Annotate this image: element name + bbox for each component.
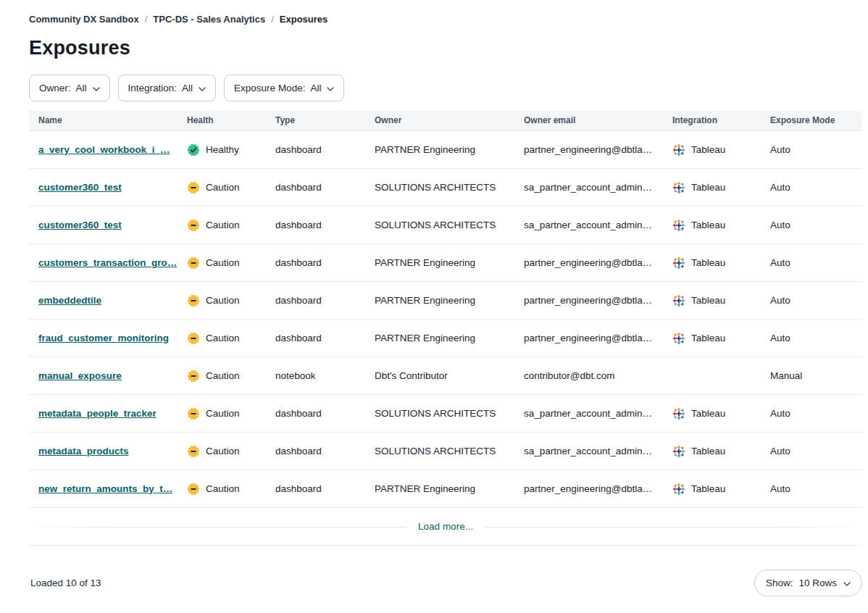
name-cell: customer360_test <box>29 182 187 193</box>
health-status-icon <box>187 407 200 420</box>
integration-label: Tableau <box>691 182 725 193</box>
health-status-icon <box>187 181 200 194</box>
header-cell-type: Type <box>275 115 375 125</box>
health-label: Caution <box>206 370 240 381</box>
health-label: Caution <box>206 295 240 306</box>
name-cell: manual_exposure <box>29 370 187 381</box>
show-rows-label: Show: <box>766 577 793 588</box>
integration-cell: Tableau <box>672 294 770 307</box>
exposure-mode-cell: Auto <box>770 408 862 419</box>
show-rows-value: 10 Rows <box>798 577 837 588</box>
breadcrumb-item-environment[interactable]: TPC-DS - Sales Analytics <box>153 14 265 25</box>
integration-label: Tableau <box>691 295 725 306</box>
owner-email-cell: partner_engineering@dbtla… <box>524 144 672 155</box>
health-status-icon <box>187 445 200 458</box>
name-cell: metadata_people_tracker <box>29 408 187 419</box>
type-cell: dashboard <box>275 144 375 155</box>
owner-cell: SOLUTIONS ARCHITECTS <box>375 446 524 456</box>
health-cell: Caution <box>187 483 275 496</box>
exposure-mode-cell: Auto <box>770 446 862 456</box>
filter-owner-label: Owner: <box>39 83 71 93</box>
chevron-down-icon <box>93 83 100 93</box>
owner-cell: SOLUTIONS ARCHITECTS <box>375 408 524 419</box>
integration-label: Tableau <box>691 144 725 155</box>
integration-label: Tableau <box>691 333 725 343</box>
load-more-link[interactable]: Load more... <box>406 521 485 532</box>
exposure-name-link[interactable]: a_very_cool_workbook_i_… <box>38 144 170 155</box>
health-cell: Caution <box>187 370 275 383</box>
tableau-icon <box>672 332 685 345</box>
table-row: metadata_products Caution dashboard SOLU… <box>29 433 862 470</box>
breadcrumb-item-exposures: Exposures <box>280 14 327 25</box>
name-cell: customers_transaction_gro… <box>29 257 187 268</box>
name-cell: metadata_products <box>29 446 187 456</box>
tableau-icon <box>672 483 685 496</box>
type-cell: dashboard <box>275 408 375 419</box>
header-cell-name: Name <box>29 115 187 125</box>
health-label: Caution <box>206 483 240 494</box>
health-label: Healthy <box>206 144 239 155</box>
filter-owner[interactable]: Owner: All <box>29 75 110 101</box>
load-more-row: Load more... <box>29 508 862 546</box>
integration-cell: Tableau <box>672 181 770 194</box>
integration-cell: Tableau <box>672 257 770 270</box>
exposure-name-link[interactable]: manual_exposure <box>38 370 122 381</box>
breadcrumb-separator: / <box>271 14 274 25</box>
header-cell-owner: Owner <box>375 115 524 125</box>
filter-exposure-mode-label: Exposure Mode: <box>234 83 305 93</box>
tableau-icon <box>672 219 685 232</box>
header-cell-owner-email: Owner email <box>524 115 672 125</box>
exposure-name-link[interactable]: new_return_amounts_by_t… <box>38 483 172 494</box>
breadcrumb-separator: / <box>145 14 148 25</box>
show-rows-button[interactable]: Show: 10 Rows <box>754 570 862 596</box>
health-status-icon <box>187 332 200 345</box>
integration-label: Tableau <box>691 446 725 456</box>
name-cell: new_return_amounts_by_t… <box>29 483 187 494</box>
tableau-icon <box>672 445 685 458</box>
table-row: embeddedtile Caution dashboard PARTNER E… <box>29 282 862 320</box>
owner-email-cell: contributor@dbt.com <box>524 370 672 381</box>
type-cell: dashboard <box>275 333 375 343</box>
type-cell: dashboard <box>275 182 375 193</box>
integration-cell: Tableau <box>672 407 770 420</box>
owner-email-cell: sa_partner_account_admin… <box>524 182 672 193</box>
exposure-name-link[interactable]: metadata_people_tracker <box>38 408 157 419</box>
exposure-name-link[interactable]: fraud_customer_monitoring <box>38 333 169 343</box>
table-row: new_return_amounts_by_t… Caution dashboa… <box>29 470 862 508</box>
exposure-mode-cell: Auto <box>770 333 862 343</box>
exposure-name-link[interactable]: customers_transaction_gro… <box>38 257 177 268</box>
type-cell: dashboard <box>275 483 375 494</box>
header-cell-exposure-mode: Exposure Mode <box>770 115 862 125</box>
exposure-name-link[interactable]: customer360_test <box>38 182 122 193</box>
health-cell: Healthy <box>187 143 275 157</box>
integration-label: Tableau <box>691 220 725 230</box>
name-cell: fraud_customer_monitoring <box>29 333 187 343</box>
health-cell: Caution <box>187 332 275 345</box>
integration-label: Tableau <box>691 257 725 268</box>
integration-label: Tableau <box>691 483 725 494</box>
exposure-mode-cell: Auto <box>770 483 862 494</box>
type-cell: notebook <box>275 370 375 381</box>
name-cell: embeddedtile <box>29 295 187 306</box>
name-cell: customer360_test <box>29 220 187 230</box>
exposure-name-link[interactable]: customer360_test <box>38 220 122 230</box>
exposures-page: Community DX Sandbox / TPC-DS - Sales An… <box>0 0 868 596</box>
filter-integration-label: Integration: <box>128 83 178 93</box>
owner-email-cell: sa_partner_account_admin… <box>524 220 672 230</box>
owner-cell: PARTNER Engineering <box>375 144 524 155</box>
exposure-name-link[interactable]: embeddedtile <box>38 295 101 306</box>
chevron-down-icon <box>327 83 334 93</box>
exposure-mode-cell: Auto <box>770 182 862 193</box>
table-row: a_very_cool_workbook_i_… Healthy dashboa… <box>29 131 862 169</box>
filter-integration[interactable]: Integration: All <box>118 75 217 101</box>
tableau-icon <box>672 257 685 270</box>
chevron-down-icon <box>199 83 206 93</box>
health-cell: Caution <box>187 257 275 270</box>
owner-email-cell: partner_engineering@dbtla… <box>524 333 672 343</box>
owner-cell: Dbt's Contributor <box>375 370 524 381</box>
exposure-name-link[interactable]: metadata_products <box>38 446 129 456</box>
breadcrumb-item-project[interactable]: Community DX Sandbox <box>29 14 139 25</box>
filter-exposure-mode[interactable]: Exposure Mode: All <box>224 75 344 101</box>
health-status-icon <box>187 294 200 307</box>
name-cell: a_very_cool_workbook_i_… <box>29 144 187 155</box>
